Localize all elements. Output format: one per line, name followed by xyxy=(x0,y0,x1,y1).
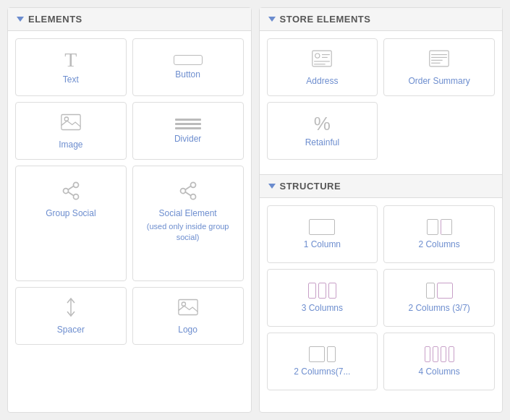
group-social-icon xyxy=(61,181,81,204)
store-grid: Address Order Summary % Ret xyxy=(260,31,503,167)
1-column-icon xyxy=(309,219,335,235)
retainful-icon: % xyxy=(314,114,331,133)
address-icon xyxy=(312,48,332,72)
store-collapse-icon xyxy=(268,17,276,22)
text-label: Text xyxy=(63,74,79,85)
element-2-columns[interactable]: 2 Columns xyxy=(383,205,495,263)
button-icon xyxy=(174,55,203,65)
element-address[interactable]: Address xyxy=(267,38,378,96)
element-divider[interactable]: Divider xyxy=(132,102,244,160)
2-columns-37-label: 2 Columns (3/7) xyxy=(408,303,469,313)
3-columns-label: 3 Columns xyxy=(302,303,343,313)
spacer-icon xyxy=(61,297,81,320)
divider-label: Divider xyxy=(174,134,201,144)
address-label: Address xyxy=(306,76,338,86)
image-icon xyxy=(61,112,81,135)
elements-grid: T Text Button Image xyxy=(8,31,251,352)
svg-rect-0 xyxy=(61,115,80,130)
svg-line-5 xyxy=(68,186,74,189)
elements-title: ELEMENTS xyxy=(28,14,82,25)
2-columns-7-label: 2 Columns(7... xyxy=(294,367,350,377)
svg-point-14 xyxy=(182,302,185,306)
element-2-columns-7[interactable]: 2 Columns(7... xyxy=(267,333,378,390)
structure-header: STRUCTURE xyxy=(260,175,503,198)
2-columns-7-icon xyxy=(309,346,336,362)
structure-collapse-icon xyxy=(268,184,276,189)
element-order-summary[interactable]: Order Summary xyxy=(383,38,495,96)
2-columns-37-icon xyxy=(426,283,453,299)
divider-icon xyxy=(175,119,201,129)
store-section: STORE ELEMENTS Address xyxy=(260,8,503,167)
svg-point-3 xyxy=(63,189,68,194)
element-social-element[interactable]: Social Element (used only inside group s… xyxy=(132,166,244,281)
3-columns-icon xyxy=(308,283,336,299)
social-element-desc: (used only inside group social) xyxy=(139,221,237,244)
svg-point-9 xyxy=(190,194,195,200)
svg-point-16 xyxy=(315,53,320,58)
structure-grid: 1 Column 2 Columns 3 Columns xyxy=(260,198,503,398)
svg-rect-21 xyxy=(430,51,449,67)
element-spacer[interactable]: Spacer xyxy=(15,287,127,345)
element-4-columns[interactable]: 4 Columns xyxy=(383,333,495,390)
element-logo[interactable]: Logo xyxy=(132,287,244,345)
elements-panel: ELEMENTS T Text Button xyxy=(7,7,252,413)
element-image[interactable]: Image xyxy=(15,102,127,160)
svg-line-10 xyxy=(185,186,191,189)
1-column-label: 1 Column xyxy=(304,239,341,249)
4-columns-label: 4 Columns xyxy=(418,367,459,377)
collapse-icon xyxy=(17,17,24,22)
element-group-social[interactable]: Group Social xyxy=(15,166,127,281)
element-1-column[interactable]: 1 Column xyxy=(267,205,378,263)
svg-point-2 xyxy=(73,182,78,187)
2-columns-icon xyxy=(427,219,452,235)
svg-line-6 xyxy=(68,192,74,196)
structure-title: STRUCTURE xyxy=(280,181,341,192)
element-3-columns[interactable]: 3 Columns xyxy=(267,269,378,327)
4-columns-icon xyxy=(425,346,454,362)
store-title: STORE ELEMENTS xyxy=(280,14,371,25)
store-header: STORE ELEMENTS xyxy=(260,8,503,31)
element-button[interactable]: Button xyxy=(132,38,244,96)
svg-point-7 xyxy=(190,182,195,187)
right-panel: STORE ELEMENTS Address xyxy=(259,7,503,413)
svg-line-11 xyxy=(185,192,191,196)
button-label: Button xyxy=(175,69,200,80)
group-social-label: Group Social xyxy=(46,208,95,218)
svg-point-1 xyxy=(64,117,68,121)
elements-header: ELEMENTS xyxy=(8,8,251,31)
element-text[interactable]: T Text xyxy=(15,38,127,96)
2-columns-label: 2 Columns xyxy=(418,239,459,249)
logo-label: Logo xyxy=(178,325,197,335)
logo-icon xyxy=(178,297,198,320)
order-summary-icon xyxy=(429,48,449,72)
svg-point-8 xyxy=(180,189,185,194)
retainful-label: Retainful xyxy=(305,137,339,147)
element-2-columns-37[interactable]: 2 Columns (3/7) xyxy=(383,269,495,327)
svg-point-4 xyxy=(73,194,78,200)
social-element-label: Social Element xyxy=(159,208,217,218)
image-label: Image xyxy=(59,140,82,150)
order-summary-label: Order Summary xyxy=(408,76,469,86)
structure-section: STRUCTURE 1 Column 2 Columns xyxy=(260,174,503,398)
text-icon: T xyxy=(64,50,77,70)
social-element-icon xyxy=(178,181,198,204)
svg-rect-13 xyxy=(179,300,197,315)
spacer-label: Spacer xyxy=(57,325,85,335)
element-retainful[interactable]: % Retainful xyxy=(267,102,378,160)
